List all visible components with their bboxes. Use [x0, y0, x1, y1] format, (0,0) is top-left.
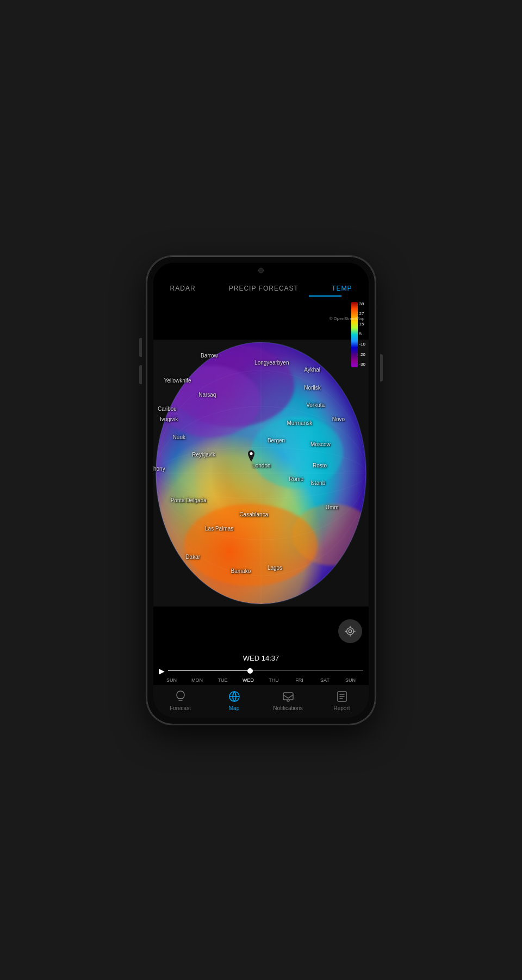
- day-sun-end: SUN: [338, 677, 363, 683]
- day-sat: SAT: [312, 677, 338, 683]
- legend-val-38: 38: [359, 302, 365, 306]
- map-container[interactable]: © OpenStreetMap Barrow Yellowknife Narsa…: [153, 297, 369, 650]
- day-wed: WED: [235, 677, 261, 683]
- timeline-bar[interactable]: [168, 665, 363, 676]
- phone-frame: RADAR PRECIP FORECAST TEMP: [147, 256, 375, 724]
- legend-val-n20: -20: [359, 353, 365, 357]
- report-icon: [335, 689, 349, 704]
- day-tue: TUE: [210, 677, 235, 683]
- day-fri: FRI: [287, 677, 312, 683]
- nav-item-forecast[interactable]: Forecast: [153, 689, 207, 711]
- map-label: Map: [229, 705, 239, 711]
- camera-dot: [258, 268, 264, 273]
- temperature-legend: 38 27 15 5 -10 -20 -30: [351, 302, 365, 367]
- timeline-line: [168, 670, 363, 671]
- legend-val-n30: -30: [359, 362, 365, 367]
- forecast-icon: [173, 689, 188, 704]
- tab-radar[interactable]: RADAR: [164, 282, 202, 294]
- legend-color-bar: [351, 302, 358, 367]
- report-label: Report: [333, 705, 350, 711]
- timeline-progress: [168, 670, 250, 671]
- svg-point-8: [251, 416, 343, 488]
- bottom-navigation: Forecast Map: [153, 685, 369, 718]
- tab-temp[interactable]: TEMP: [325, 282, 358, 294]
- location-button[interactable]: [338, 619, 362, 643]
- svg-point-19: [347, 627, 354, 634]
- nav-item-map[interactable]: Map: [207, 689, 261, 711]
- nav-item-report[interactable]: Report: [315, 689, 369, 711]
- legend-labels: 38 27 15 5 -10 -20 -30: [358, 302, 365, 367]
- notifications-label: Notifications: [273, 705, 302, 711]
- timeline-days: SUN MON TUE WED THU FRI SAT SUN: [159, 677, 363, 683]
- tab-bar: RADAR PRECIP FORECAST TEMP: [153, 278, 369, 297]
- forecast-label: Forecast: [170, 705, 191, 711]
- nav-item-notifications[interactable]: Notifications: [261, 689, 315, 711]
- phone-screen: RADAR PRECIP FORECAST TEMP: [153, 263, 369, 718]
- timeline-thumb: [247, 668, 253, 674]
- play-button[interactable]: ▶: [159, 667, 165, 675]
- legend-val-5: 5: [359, 332, 365, 336]
- timeline-current-time: WED 14:37: [159, 654, 363, 662]
- map-icon: [227, 689, 241, 704]
- side-button-right: [380, 354, 383, 381]
- day-thu: THU: [261, 677, 287, 683]
- copyright-text: © OpenStreetMap: [329, 316, 364, 321]
- svg-point-18: [349, 630, 352, 633]
- timeline-container: WED 14:37 ▶ SUN MON TUE WED THU FRI SAT …: [153, 650, 369, 685]
- tab-precip-forecast[interactable]: PRECIP FORECAST: [222, 282, 305, 294]
- legend-val-15: 15: [359, 322, 365, 326]
- notifications-icon: [281, 689, 295, 704]
- day-mon: MON: [184, 677, 210, 683]
- timeline-track[interactable]: ▶: [159, 665, 363, 676]
- side-button-left-bottom: [139, 365, 142, 384]
- side-button-left-top: [139, 338, 142, 357]
- globe-map: [153, 297, 369, 650]
- camera-bar: [153, 263, 369, 278]
- legend-val-n10: -10: [359, 342, 365, 347]
- day-sun-start: SUN: [159, 677, 184, 683]
- tab-active-indicator: [309, 295, 341, 297]
